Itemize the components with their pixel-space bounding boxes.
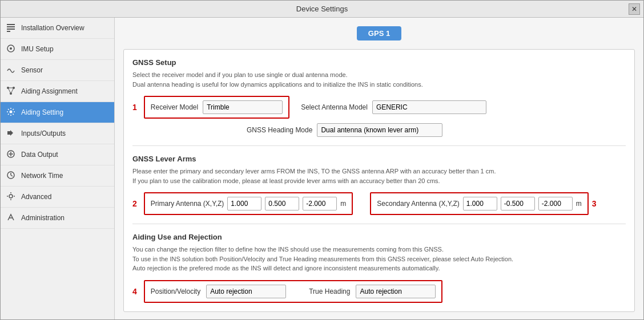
aiding-rejection-title: Aiding Use and Rejection — [132, 233, 626, 241]
svg-rect-0 — [7, 24, 15, 25]
secondary-y-input[interactable] — [501, 197, 535, 210]
gnss-heading-select[interactable]: Dual antenna (known lever arm) Single an… — [317, 123, 442, 137]
content-area: GPS 1 GNSS Setup Select the receiver mod… — [115, 18, 643, 319]
gps-tab-container: GPS 1 — [123, 26, 635, 40]
window-title: Device Settings — [296, 5, 348, 13]
nodes-icon — [6, 86, 17, 96]
svg-line-18 — [11, 175, 13, 176]
sidebar-item-label-aiding-setting: Aiding Setting — [21, 108, 63, 116]
step1-number: 1 — [132, 103, 137, 112]
sidebar: Installation OverviewIMU SetupSensorAidi… — [1, 18, 115, 319]
aiding-desc-line3: Auto rejection is the prefered mode as t… — [132, 265, 440, 272]
sidebar-item-label-imu-setup: IMU Setup — [21, 45, 54, 53]
secondary-antenna-group: Secondary Antenna (X,Y,Z) m — [370, 192, 589, 215]
sidebar-item-label-advanced: Advanced — [21, 193, 51, 201]
step3-number: 3 — [592, 199, 597, 208]
divider2 — [132, 224, 626, 224]
sidebar-item-label-sensor: Sensor — [21, 66, 43, 74]
primary-x-input[interactable] — [227, 197, 261, 210]
svg-point-12 — [10, 111, 13, 114]
svg-rect-2 — [7, 29, 15, 30]
aiding-controls-row: 4 Position/Velocity Auto rejection Manua… — [132, 280, 626, 303]
step4-number: 4 — [132, 287, 137, 296]
aiding-highlight-box: Position/Velocity Auto rejection Manual … — [144, 280, 443, 303]
receiver-model-highlight: Receiver Model Trimble u-blox NovAtel — [144, 96, 289, 119]
true-heading-label: True Heading — [309, 287, 350, 295]
device-settings-window: Device Settings ✕ Installation OverviewI… — [0, 0, 644, 320]
primary-antenna-label: Primary Antenna (X,Y,Z) — [151, 200, 224, 208]
aiding-controls-wrapper: 4 Position/Velocity Auto rejection Manua… — [132, 280, 442, 303]
svg-point-5 — [10, 47, 12, 50]
lever-arms-row: 2 Primary Antenna (X,Y,Z) m Secondary An — [132, 192, 626, 215]
secondary-x-input[interactable] — [463, 197, 497, 210]
sidebar-item-advanced[interactable]: Advanced — [1, 187, 114, 208]
gnss-setup-title: GNSS Setup — [132, 58, 626, 67]
sidebar-item-label-network-time: Network Time — [21, 172, 63, 180]
receiver-model-label: Receiver Model — [151, 103, 198, 111]
settings-icon — [6, 107, 17, 118]
admin-icon — [6, 213, 17, 223]
receiver-model-group: 1 Receiver Model Trimble u-blox NovAtel — [132, 96, 289, 119]
main-content: Installation OverviewIMU SetupSensorAidi… — [1, 18, 643, 319]
sidebar-item-label-installation-overview: Installation Overview — [21, 24, 84, 32]
true-heading-select[interactable]: Auto rejection Manual Disabled — [356, 285, 436, 298]
svg-line-10 — [8, 88, 11, 94]
sidebar-item-data-output[interactable]: Data Output — [1, 144, 114, 165]
settings-panel: GNSS Setup Select the receiver model and… — [123, 49, 635, 312]
gnss-setup-row1: 1 Receiver Model Trimble u-blox NovAtel … — [132, 96, 626, 119]
primary-antenna-wrapper: 2 Primary Antenna (X,Y,Z) m — [132, 192, 353, 215]
gps1-tab[interactable]: GPS 1 — [357, 26, 401, 40]
sidebar-item-aiding-assignment[interactable]: Aiding Assignment — [1, 81, 114, 102]
lever-arms-description: Please enter the primary and secondary l… — [132, 167, 626, 185]
sidebar-item-imu-setup[interactable]: IMU Setup — [1, 39, 114, 60]
gnss-heading-label: GNSS Heading Mode — [247, 126, 312, 134]
primary-y-input[interactable] — [265, 197, 299, 210]
wave-icon — [6, 65, 17, 75]
clock-icon — [6, 171, 17, 181]
sidebar-item-label-aiding-assignment: Aiding Assignment — [21, 87, 78, 95]
antenna-model-group: Select Antenna Model GENERIC — [301, 100, 486, 114]
sidebar-item-label-administration: Administration — [21, 214, 65, 222]
sidebar-item-aiding-setting[interactable]: Aiding Setting — [1, 102, 114, 123]
list-icon — [6, 23, 17, 33]
sidebar-item-inputs-outputs[interactable]: Inputs/Outputs — [1, 123, 114, 144]
primary-z-input[interactable] — [303, 197, 337, 210]
secondary-antenna-wrapper: Secondary Antenna (X,Y,Z) m 3 — [370, 192, 599, 215]
close-button[interactable]: ✕ — [629, 3, 640, 15]
position-velocity-select[interactable]: Auto rejection Manual Disabled — [206, 285, 286, 298]
sidebar-item-network-time[interactable]: Network Time — [1, 165, 114, 187]
gnss-heading-group: GNSS Heading Mode Dual antenna (known le… — [247, 123, 442, 137]
receiver-model-select[interactable]: Trimble u-blox NovAtel — [203, 100, 283, 114]
gear-icon — [6, 192, 17, 202]
svg-rect-3 — [7, 31, 10, 32]
svg-rect-1 — [7, 26, 15, 27]
antenna-model-select[interactable]: GENERIC — [372, 100, 486, 114]
title-bar: Device Settings ✕ — [1, 1, 643, 18]
gnss-setup-description: Select the receiver model and if you pla… — [132, 70, 626, 89]
sidebar-item-label-inputs-outputs: Inputs/Outputs — [21, 129, 66, 137]
secondary-antenna-label: Secondary Antenna (X,Y,Z) — [377, 200, 460, 208]
gnss-desc-line2: Dual antenna heading is useful for low d… — [132, 81, 423, 88]
aiding-desc-line1: You can change the rejection filter to d… — [132, 246, 444, 253]
sidebar-item-installation-overview[interactable]: Installation Overview — [1, 18, 114, 39]
aiding-desc-line2: To use in the INS solution both Position… — [132, 256, 513, 262]
sidebar-item-label-data-output: Data Output — [21, 151, 58, 159]
aiding-rejection-description: You can change the rejection filter to d… — [132, 245, 626, 273]
lever-desc-line1: Please enter the primary and secondary l… — [132, 168, 496, 175]
circle-icon — [6, 44, 17, 54]
lever-arms-title: GNSS Lever Arms — [132, 155, 626, 163]
primary-antenna-group: Primary Antenna (X,Y,Z) m — [144, 192, 353, 215]
sidebar-item-sensor[interactable]: Sensor — [1, 60, 114, 81]
gnss-heading-row: GNSS Heading Mode Dual antenna (known le… — [247, 123, 626, 137]
sidebar-item-administration[interactable]: Administration — [1, 208, 114, 229]
step2-number: 2 — [132, 199, 137, 208]
select-antenna-label: Select Antenna Model — [301, 103, 368, 111]
svg-point-19 — [9, 195, 13, 198]
position-velocity-label: Position/Velocity — [151, 287, 200, 295]
svg-line-11 — [11, 88, 14, 94]
lever-desc-line2: If you plan to use the calibration mode,… — [132, 177, 440, 184]
divider1 — [132, 145, 626, 146]
secondary-z-input[interactable] — [538, 197, 573, 210]
primary-unit: m — [340, 200, 346, 208]
gnss-desc-line1: Select the receiver model and if you pla… — [132, 71, 348, 78]
